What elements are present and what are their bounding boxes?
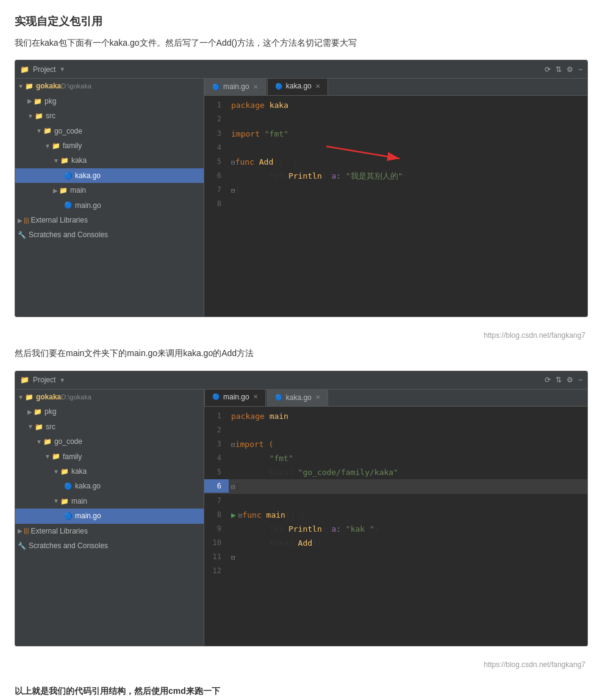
ide2-tabs: 🔵 main.go ✕ 🔵 kaka.go ✕ [204,390,587,407]
ide2-code-line-2: 2 [204,423,587,437]
ide2-code: 1 package main 2 3 ⊟import ( 4 "fmt" [204,407,587,580]
ide-screenshot-1: 📁 Project ▼ ⟳ ⇅ ⚙ − ▼ 📁 gokaka D:\gokaka [15,60,588,341]
ide1-action-settings[interactable]: ⚙ [567,63,573,76]
ide2-tree-item-scratches[interactable]: 🔧 Scratches and Consoles [15,538,204,553]
code-line-8: 8 [204,197,587,211]
ide1-tabs: 🔵 main.go ✕ 🔵 kaka.go ✕ [204,79,587,96]
ide2-tree-item-family[interactable]: ▼ 📁 family [15,449,204,464]
ide1-action-sort[interactable]: ⇅ [556,63,562,76]
ide1-dropdown-icon: ▼ [59,64,65,74]
ide2-action-refresh[interactable]: ⟳ [545,374,551,386]
code-line-3: 3 import "fmt" [204,127,587,141]
ide2-tree-item-pkg[interactable]: ▶ 📁 pkg [15,404,204,419]
ide2-folder-icon: 📁 [20,374,29,386]
ide2-action-minimize[interactable]: − [578,374,582,386]
ide2-tree-item-external-libs[interactable]: ▶ ||| External Libraries [15,524,204,538]
ide-screenshot-2: 📁 Project ▼ ⟳ ⇅ ⚙ − ▼ 📁 gokaka D:\gokaka [15,371,588,671]
tree-item-gokaka[interactable]: ▼ 📁 gokaka D:\gokaka [15,79,204,93]
tree-item-external-libs[interactable]: ▶ ||| External Libraries [15,213,204,227]
ide2-code-line-11: 11 ⊟} [204,550,587,564]
ide2-code-line-4: 4 "fmt" [204,451,587,465]
ide1-folder-icon: 📁 [20,63,29,76]
ide2-tree-item-go_code[interactable]: ▼ 📁 go_code [15,434,204,449]
ide2-tree-item-main-folder[interactable]: ▼ 📁 main [15,494,204,509]
tree-item-main-go[interactable]: 🔵 main.go [15,198,204,213]
ide2-code-line-7: 7 [204,494,587,508]
ide2-code-line-3: 3 ⊟import ( [204,437,587,451]
code-line-1: 1 package kaka [204,98,587,112]
code-line-4: 4 [204,141,587,155]
ide1-body: ▼ 📁 gokaka D:\gokaka ▶ 📁 pkg ▼ 📁 src ▼ [15,79,587,316]
tree-item-family[interactable]: ▼ 📁 family [15,138,204,153]
ide2-dropdown-icon: ▼ [59,375,65,385]
ide1-watermark: https://blog.csdn.net/fangkang7 [15,329,585,341]
ide1-tab-main-go[interactable]: 🔵 main.go ✕ [204,79,266,95]
ide2-body: ▼ 📁 gokaka D:\gokaka ▶ 📁 pkg ▼ 📁 src ▼ [15,390,587,646]
ide1-titlebar-actions: ⟳ ⇅ ⚙ − [545,63,582,76]
page-desc1: 我们在kaka包下面有一个kaka.go文件。然后写了一个Add()方法，这个方… [15,36,579,51]
ide2-tree-item-src[interactable]: ▼ 📁 src [15,420,204,434]
ide1-sidebar: ▼ 📁 gokaka D:\gokaka ▶ 📁 pkg ▼ 📁 src ▼ [15,79,204,316]
tree-item-pkg[interactable]: ▶ 📁 pkg [15,94,204,109]
ide2-watermark: https://blog.csdn.net/fangkang7 [15,659,585,671]
ide2-titlebar-actions: ⟳ ⇅ ⚙ − [545,374,582,386]
ide2-code-line-5: 5 kaka2 "go_code/family/kaka" [204,465,587,479]
ide2-action-settings[interactable]: ⚙ [567,374,573,386]
page-desc2: 然后我们要在main文件夹下的main.go来调用kaka.go的Add方法 [15,346,579,361]
tree-item-main-folder[interactable]: ▶ 📁 main [15,183,204,198]
ide1-editor: 🔵 main.go ✕ 🔵 kaka.go ✕ 1 package kaka [204,79,587,316]
ide2-tree-item-main-go[interactable]: 🔵 main.go [15,509,204,523]
ide2-code-line-12: 12 [204,564,587,578]
ide1-action-refresh[interactable]: ⟳ [545,63,551,76]
ide2-tab-main-go[interactable]: 🔵 main.go ✕ [204,390,266,406]
tree-item-go_code[interactable]: ▼ 📁 go_code [15,124,204,138]
ide2-code-line-10: 10 kaka2.Add() [204,536,587,550]
tree-item-kaka-folder[interactable]: ▼ 📁 kaka [15,153,204,168]
ide2-tree-item-kaka-go[interactable]: 🔵 kaka.go [15,479,204,493]
tree-item-scratches[interactable]: 🔧 Scratches and Consoles [15,227,204,242]
ide2-code-line-8: 8 ▶⊟func main() { [204,508,587,522]
ide2-code-line-1: 1 package main [204,409,587,423]
footer-title: 以上就是我们的代码引用结构，然后使用cmd来跑一下 [15,684,579,699]
ide1-tab-kaka-go[interactable]: 🔵 kaka.go ✕ [267,79,328,95]
code-line-6: 6 fmt.Println( a: "我是其别人的") [204,169,587,183]
ide1-project-label: Project [33,63,55,76]
ide2-sidebar: ▼ 📁 gokaka D:\gokaka ▶ 📁 pkg ▼ 📁 src ▼ [15,390,204,646]
page-title: 实现自定义包引用 [15,12,579,31]
ide2-action-sort[interactable]: ⇅ [556,374,562,386]
code-line-2: 2 [204,112,587,126]
ide1-action-minimize[interactable]: − [578,63,582,76]
code-line-7: 7 ⊟} [204,183,587,197]
ide2-project-label: Project [33,374,55,386]
ide2-code-line-9: 9 fmt.Println( a: "kak ") [204,522,587,536]
ide2-code-line-6: 6 ⊟) [204,479,587,493]
ide1-code: 1 package kaka 2 3 import "fmt" 4 [204,96,587,213]
ide1-titlebar: 📁 Project ▼ ⟳ ⇅ ⚙ − [15,60,587,79]
ide2-tree-item-gokaka[interactable]: ▼ 📁 gokaka D:\gokaka [15,390,204,404]
tree-item-kaka-go[interactable]: 🔵 kaka.go [15,168,204,183]
ide2-tab-kaka-go[interactable]: 🔵 kaka.go ✕ [267,390,328,406]
code-line-5: 5 ⊟func Add() { [204,155,587,169]
tree-item-src[interactable]: ▼ 📁 src [15,109,204,123]
ide2-titlebar: 📁 Project ▼ ⟳ ⇅ ⚙ − [15,371,587,390]
ide2-editor: 🔵 main.go ✕ 🔵 kaka.go ✕ 1 package main [204,390,587,646]
ide2-tree-item-kaka-folder[interactable]: ▼ 📁 kaka [15,464,204,479]
